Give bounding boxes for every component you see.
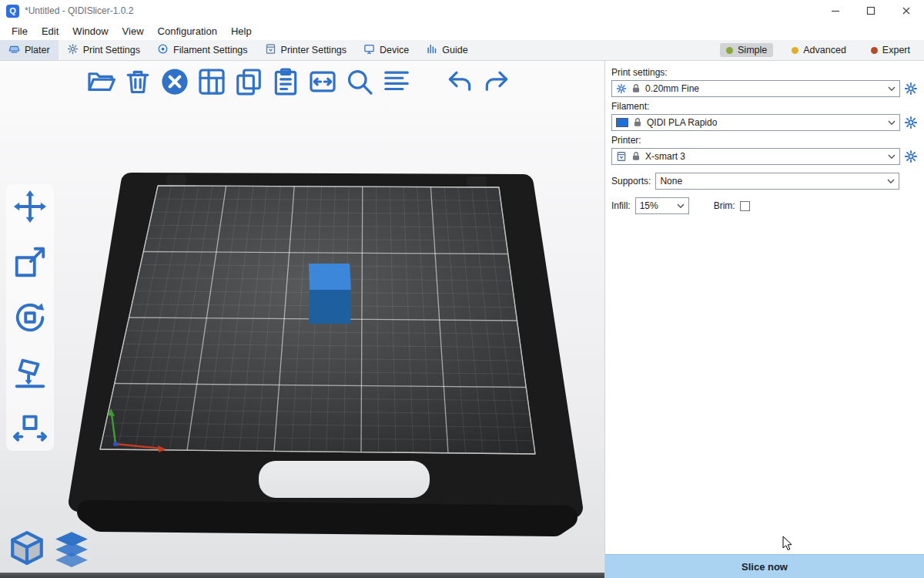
menu-item-view[interactable]: View <box>116 24 151 39</box>
lock-icon <box>631 83 641 94</box>
layer-height-icon[interactable] <box>382 67 411 96</box>
model-cube[interactable] <box>309 264 351 324</box>
gear-icon <box>67 43 79 57</box>
device-icon <box>363 43 375 57</box>
search-icon[interactable] <box>345 67 374 96</box>
viewport-3d[interactable] <box>0 61 604 578</box>
paste-icon[interactable] <box>271 67 300 96</box>
print-settings-label: Print settings: <box>611 67 918 78</box>
chevron-down-icon <box>888 86 896 92</box>
menu-item-edit[interactable]: Edit <box>35 24 65 39</box>
chevron-down-icon <box>888 154 896 160</box>
print-settings-gear-button[interactable] <box>904 82 918 96</box>
guide-icon <box>426 43 437 57</box>
brim-label: Brim: <box>714 200 735 211</box>
print-bed <box>79 175 573 525</box>
3d-editor-view-icon[interactable] <box>8 529 46 567</box>
tab-printer-settings[interactable]: Printer Settings <box>256 40 355 60</box>
filament-value: QIDI PLA Rapido <box>647 117 717 128</box>
gear-icon <box>616 83 627 94</box>
menu-item-file[interactable]: File <box>5 24 35 39</box>
gizmo-toolbar <box>6 184 54 451</box>
chevron-down-icon <box>888 120 896 126</box>
supports-select[interactable]: None <box>655 173 899 190</box>
open-folder-icon[interactable] <box>86 67 116 96</box>
window-title: *Untitled - QIDISlicer-1.0.2 <box>25 5 133 16</box>
tab-print-settings[interactable]: Print Settings <box>59 40 149 60</box>
chevron-down-icon <box>887 179 895 184</box>
app-logo-icon: Q <box>6 5 19 18</box>
place-on-face-icon[interactable] <box>12 355 48 391</box>
menu-item-help[interactable]: Help <box>224 24 259 39</box>
menubar: File Edit Window View Configuration Help <box>0 22 924 40</box>
tab-guide[interactable]: Guide <box>417 40 476 60</box>
printer-gear-button[interactable] <box>904 150 918 163</box>
scene-canvas[interactable] <box>0 61 604 578</box>
printer-icon <box>616 151 627 162</box>
plater-icon <box>8 43 20 57</box>
mirror-icon[interactable] <box>12 411 48 446</box>
brim-checkbox[interactable] <box>740 201 750 211</box>
viewport-bottom-strip <box>0 573 604 578</box>
print-settings-value: 0.20mm Fine <box>645 83 699 94</box>
copy-icon[interactable] <box>234 67 263 96</box>
chevron-down-icon <box>677 203 685 209</box>
window-controls <box>818 0 924 22</box>
filament-color-swatch <box>616 118 628 127</box>
tab-filament-settings[interactable]: Filament Settings <box>149 40 256 60</box>
sidebar: Print settings: 0.20mm Fine Filament: <box>604 61 924 578</box>
redo-icon[interactable] <box>482 67 511 96</box>
mode-advanced[interactable]: Advanced <box>785 43 852 57</box>
delete-icon[interactable] <box>123 67 152 96</box>
infill-value: 15% <box>640 200 658 211</box>
preview-layers-icon[interactable] <box>52 529 91 567</box>
tab-device[interactable]: Device <box>355 40 417 60</box>
delete-all-icon[interactable] <box>160 67 189 96</box>
qidislicer-window: Q *Untitled - QIDISlicer-1.0.2 File Edit… <box>0 0 924 578</box>
menu-item-window[interactable]: Window <box>65 24 115 39</box>
print-settings-select[interactable]: 0.20mm Fine <box>611 80 900 97</box>
mouse-cursor <box>782 536 793 552</box>
tab-plater[interactable]: Plater <box>0 40 59 60</box>
mode-simple[interactable]: Simple <box>720 43 773 57</box>
filament-label: Filament: <box>611 101 918 112</box>
expert-mode-dot <box>871 47 878 54</box>
menu-item-configuration[interactable]: Configuration <box>151 24 224 39</box>
scale-icon[interactable] <box>12 244 48 280</box>
minimize-button[interactable] <box>818 0 853 22</box>
mode-expert[interactable]: Expert <box>865 43 916 57</box>
advanced-mode-dot <box>792 47 798 54</box>
split-icon[interactable] <box>308 67 337 96</box>
lock-icon <box>632 117 643 128</box>
undo-icon[interactable] <box>445 67 474 96</box>
move-icon[interactable] <box>12 189 48 224</box>
close-button[interactable] <box>889 0 924 22</box>
arrange-icon[interactable] <box>197 67 226 96</box>
view-toggles <box>8 529 91 567</box>
viewport-toolbar <box>86 67 511 96</box>
filament-gear-button[interactable] <box>904 116 918 129</box>
printer-select[interactable]: X-smart 3 <box>611 148 900 165</box>
mode-switcher: Simple Advanced Expert <box>720 40 924 60</box>
simple-mode-dot <box>726 47 733 54</box>
slice-now-button[interactable]: Slice now <box>605 554 924 578</box>
infill-label: Infill: <box>611 200 631 211</box>
supports-value: None <box>660 176 682 187</box>
tabbar: Plater Print Settings Filament Settings … <box>0 40 924 61</box>
titlebar: Q *Untitled - QIDISlicer-1.0.2 <box>0 0 924 22</box>
bed-handle-slot <box>259 461 430 498</box>
infill-select[interactable]: 15% <box>635 197 689 214</box>
rotate-icon[interactable] <box>12 300 48 335</box>
printer-label: Printer: <box>611 135 918 146</box>
lock-icon <box>631 151 641 162</box>
filament-icon <box>157 43 169 57</box>
maximize-button[interactable] <box>853 0 889 22</box>
filament-select[interactable]: QIDI PLA Rapido <box>611 114 900 131</box>
printer-value: X-smart 3 <box>645 151 685 162</box>
supports-label: Supports: <box>611 176 651 187</box>
printer-icon <box>265 43 276 57</box>
